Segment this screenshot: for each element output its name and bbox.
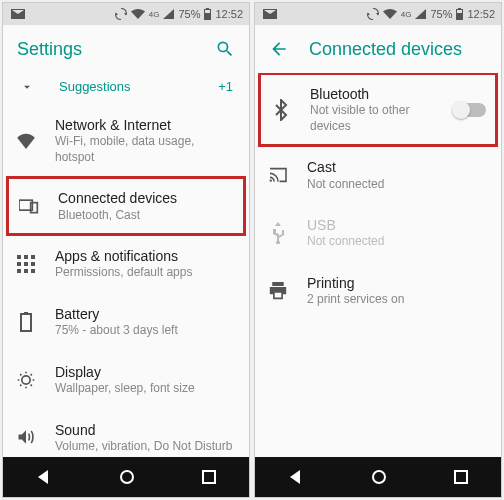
svg-rect-9	[24, 262, 28, 266]
item-apps[interactable]: Apps & notificationsPermissions, default…	[3, 235, 249, 293]
status-bar: 4G 75% 12:52	[3, 3, 249, 25]
svg-rect-12	[24, 269, 28, 273]
battery-icon	[456, 8, 463, 20]
print-icon	[267, 280, 289, 302]
back-arrow-icon[interactable]	[269, 39, 289, 59]
item-usb: USBNot connected	[255, 204, 501, 262]
svg-rect-1	[206, 8, 209, 9]
item-sub: Not connected	[307, 234, 489, 250]
battery-icon	[204, 8, 211, 20]
bluetooth-toggle[interactable]	[454, 103, 486, 117]
connected-list: BluetoothNot visible to other devices Ca…	[255, 73, 501, 457]
settings-list: Network & InternetWi-Fi, mobile, data us…	[3, 104, 249, 457]
app-bar: Connected devices	[255, 25, 501, 73]
svg-rect-8	[17, 262, 21, 266]
svg-point-21	[121, 471, 133, 483]
svg-rect-2	[205, 10, 210, 13]
apps-icon	[15, 253, 37, 275]
svg-rect-25	[457, 10, 462, 13]
item-sub: Bluetooth, Cast	[58, 208, 234, 224]
item-title: Network & Internet	[55, 116, 237, 134]
suggestions-count: +1	[218, 79, 233, 94]
battery-icon	[15, 311, 37, 333]
svg-rect-28	[455, 471, 467, 483]
signal-label: 4G	[149, 10, 160, 19]
item-printing[interactable]: Printing2 print services on	[255, 262, 501, 320]
item-sub: Not connected	[307, 177, 489, 193]
sound-icon	[15, 426, 37, 448]
cast-icon	[267, 164, 289, 186]
svg-rect-10	[31, 262, 35, 266]
signal-icon	[163, 9, 174, 19]
item-display[interactable]: DisplayWallpaper, sleep, font size	[3, 351, 249, 409]
mail-icon	[263, 9, 277, 19]
item-title: Bluetooth	[310, 85, 436, 103]
item-title: Printing	[307, 274, 489, 292]
app-bar: Settings	[3, 25, 249, 73]
bluetooth-icon	[270, 99, 292, 121]
phone-right: 4G 75% 12:52 Connected devices Bluetooth…	[254, 2, 502, 498]
svg-point-27	[373, 471, 385, 483]
back-icon[interactable]	[288, 469, 304, 485]
item-network[interactable]: Network & InternetWi-Fi, mobile, data us…	[3, 104, 249, 177]
item-sound[interactable]: SoundVolume, vibration, Do Not Disturb	[3, 409, 249, 458]
usb-icon	[267, 222, 289, 244]
item-title: Display	[55, 363, 237, 381]
status-bar: 4G 75% 12:52	[255, 3, 501, 25]
item-title: Cast	[307, 158, 489, 176]
battery-pct: 75%	[430, 8, 452, 20]
page-title: Connected devices	[309, 39, 487, 60]
home-icon[interactable]	[371, 469, 387, 485]
svg-rect-7	[31, 255, 35, 259]
svg-rect-22	[203, 471, 215, 483]
item-bluetooth[interactable]: BluetoothNot visible to other devices	[258, 73, 498, 147]
item-title: Battery	[55, 305, 237, 323]
svg-rect-11	[17, 269, 21, 273]
item-connected-devices[interactable]: Connected devicesBluetooth, Cast	[6, 176, 246, 236]
svg-rect-24	[458, 8, 461, 9]
item-sub: 2 print services on	[307, 292, 489, 308]
item-sub: Not visible to other devices	[310, 103, 436, 134]
item-sub: Wallpaper, sleep, font size	[55, 381, 237, 397]
svg-rect-13	[31, 269, 35, 273]
suggestions-row[interactable]: Suggestions +1	[3, 73, 249, 104]
item-sub: Wi-Fi, mobile, data usage, hotspot	[55, 134, 237, 165]
clock: 12:52	[467, 8, 495, 20]
suggestions-label: Suggestions	[59, 79, 208, 94]
item-sub: Permissions, default apps	[55, 265, 237, 281]
item-title: USB	[307, 216, 489, 234]
recents-icon[interactable]	[454, 470, 468, 484]
wifi-icon	[131, 9, 145, 19]
page-title: Settings	[17, 39, 195, 60]
nav-bar	[255, 457, 501, 497]
svg-rect-15	[24, 312, 28, 314]
svg-rect-5	[17, 255, 21, 259]
sync-icon	[115, 8, 127, 20]
svg-point-16	[22, 375, 30, 383]
chevron-down-icon	[19, 80, 35, 94]
back-icon[interactable]	[36, 469, 52, 485]
mail-icon	[11, 9, 25, 19]
svg-rect-6	[24, 255, 28, 259]
item-title: Connected devices	[58, 189, 234, 207]
svg-rect-14	[21, 314, 31, 331]
display-icon	[15, 369, 37, 391]
nav-bar	[3, 457, 249, 497]
battery-pct: 75%	[178, 8, 200, 20]
item-sub: 75% - about 3 days left	[55, 323, 237, 339]
clock: 12:52	[215, 8, 243, 20]
svg-point-26	[270, 180, 272, 182]
phone-left: 4G 75% 12:52 Settings Suggestions +1 Net…	[2, 2, 250, 498]
wifi-icon	[15, 130, 37, 152]
item-title: Sound	[55, 421, 237, 439]
item-cast[interactable]: CastNot connected	[255, 146, 501, 204]
recents-icon[interactable]	[202, 470, 216, 484]
signal-label: 4G	[401, 10, 412, 19]
home-icon[interactable]	[119, 469, 135, 485]
wifi-icon	[383, 9, 397, 19]
search-icon[interactable]	[215, 39, 235, 59]
item-title: Apps & notifications	[55, 247, 237, 265]
item-sub: Volume, vibration, Do Not Disturb	[55, 439, 237, 455]
sync-icon	[367, 8, 379, 20]
item-battery[interactable]: Battery75% - about 3 days left	[3, 293, 249, 351]
